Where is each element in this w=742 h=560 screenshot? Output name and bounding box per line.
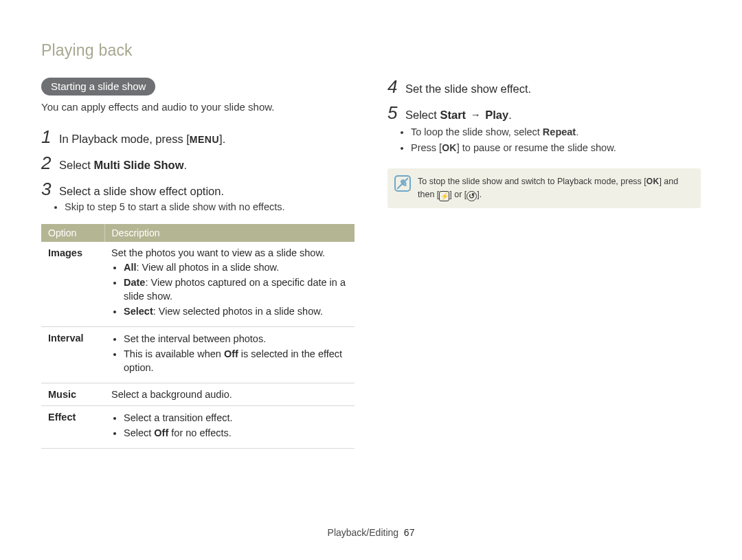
step-text-pre: Select: [59, 159, 93, 171]
table-header-option: Option: [41, 224, 104, 242]
step-number: 4: [387, 78, 405, 96]
ok-button-label: OK: [647, 177, 660, 186]
power-icon: ↺: [466, 191, 477, 201]
table-row: Music Select a background audio.: [41, 383, 355, 405]
step-text: Set the slide show effect.: [405, 82, 531, 96]
note-icon: ✎: [394, 175, 411, 192]
section-title: Playing back: [41, 41, 701, 60]
step-text-pre: In Playback mode, press [: [59, 133, 190, 145]
option-bullet: This is available when Off is selected i…: [124, 348, 348, 374]
step-text: In Playback mode, press [MENU].: [59, 133, 225, 146]
bullet-rest: : View photos captured on a specific dat…: [124, 277, 346, 302]
option-name: Music: [41, 383, 104, 405]
bullet-pre: This is available when: [124, 348, 224, 359]
table-row: Images Set the photos you want to view a…: [41, 242, 355, 327]
bullet-pre: Press [: [411, 142, 442, 153]
option-bullet: Select: View selected photos in a slide …: [124, 305, 348, 319]
option-bullet: Select Off for no effects.: [124, 427, 348, 440]
option-lead: Set the photos you want to view as a sli…: [111, 247, 348, 258]
step-text-bold: Multi Slide Show: [93, 159, 183, 171]
step-number: 2: [41, 154, 59, 172]
option-bullet: Date: View photos captured on a specific…: [124, 276, 348, 303]
option-desc: Set the interval between photos. This is…: [104, 326, 355, 383]
right-column: 4 Set the slide show effect. 5 Select St…: [387, 78, 701, 449]
table-row: Interval Set the interval between photos…: [41, 326, 355, 383]
step-3: 3 Select a slide show effect option.: [41, 180, 355, 198]
step-text: Select Start → Play.: [405, 109, 512, 122]
step-5-bullet: Press [OK] to pause or resume the slide …: [411, 142, 701, 155]
bullet-bold: Select: [124, 306, 153, 317]
manual-page: Playing back Starting a slide show You c…: [0, 0, 742, 560]
bullet-bold: Off: [224, 348, 238, 359]
note-pre: To stop the slide show and switch to Pla…: [418, 177, 647, 186]
step-text-bold: Play: [485, 109, 508, 121]
option-bullet: Select a transition effect.: [124, 412, 348, 425]
bullet-post: .: [576, 126, 578, 137]
footer-page-number: 67: [404, 527, 415, 538]
menu-button-label: MENU: [190, 134, 219, 145]
bullet-rest: : View selected photos in a slide show.: [153, 306, 323, 317]
bullet-bold: All: [124, 262, 137, 273]
step-4: 4 Set the slide show effect.: [387, 78, 701, 96]
bullet-post: for no effects.: [168, 427, 232, 438]
step-text-post: .: [184, 159, 188, 171]
page-footer: Playback/Editing 67: [0, 527, 742, 538]
option-name: Images: [41, 242, 104, 327]
bullet-bold: Off: [154, 427, 168, 438]
step-text-pre: Select: [405, 109, 440, 121]
option-bullet: All: View all photos in a slide show.: [124, 261, 348, 275]
arrow-icon: →: [469, 109, 482, 120]
bullet-bold: Repeat: [543, 126, 576, 137]
bullet-post: ] to pause or resume the slide show.: [457, 142, 616, 153]
step-2: 2 Select Multi Slide Show.: [41, 154, 355, 172]
note-box: ✎ To stop the slide show and switch to P…: [387, 168, 701, 208]
step-text-post: ].: [219, 133, 225, 145]
option-desc: Set the photos you want to view as a sli…: [104, 242, 355, 327]
footer-section: Playback/Editing: [328, 527, 399, 538]
table-row: Effect Select a transition effect. Selec…: [41, 405, 355, 448]
step-number: 3: [41, 180, 59, 198]
option-name: Effect: [41, 405, 104, 448]
step-text-post: .: [508, 109, 512, 121]
bullet-pre: To loop the slide show, select: [411, 126, 543, 137]
step-3-bullet: Skip to step 5 to start a slide show wit…: [65, 201, 355, 214]
table-header-description: Description: [104, 224, 355, 242]
step-5-bullet: To loop the slide show, select Repeat.: [411, 126, 701, 139]
subsection-pill: Starting a slide show: [41, 78, 155, 96]
step-5: 5 Select Start → Play.: [387, 104, 701, 122]
step-number: 1: [41, 128, 59, 146]
option-name: Interval: [41, 326, 104, 383]
subsection-lede: You can apply effects and audio to your …: [41, 101, 355, 113]
options-table: Option Description Images Set the photos…: [41, 224, 355, 449]
bullet-pre: Select: [124, 427, 154, 438]
bullet-bold: Date: [124, 277, 145, 288]
left-column: Starting a slide show You can apply effe…: [41, 78, 355, 449]
step-text-bold: Start: [440, 109, 466, 121]
step-5-bullets: To loop the slide show, select Repeat. P…: [411, 126, 701, 155]
note-or: ] or [: [449, 190, 466, 199]
step-number: 5: [387, 104, 405, 122]
step-text: Select Multi Slide Show.: [59, 159, 187, 172]
ok-button-label: OK: [442, 142, 457, 153]
note-end: ].: [477, 190, 482, 199]
note-text: To stop the slide show and switch to Pla…: [418, 175, 691, 201]
content-columns: Starting a slide show You can apply effe…: [41, 78, 701, 449]
step-3-bullets: Skip to step 5 to start a slide show wit…: [65, 201, 355, 214]
option-bullet: Set the interval between photos.: [124, 333, 348, 346]
step-text: Select a slide show effect option.: [59, 185, 224, 198]
flash-icon: ⚡: [439, 191, 449, 201]
bullet-rest: : View all photos in a slide show.: [137, 262, 280, 273]
option-desc: Select a background audio.: [104, 383, 355, 405]
step-1: 1 In Playback mode, press [MENU].: [41, 128, 355, 146]
option-desc: Select a transition effect. Select Off f…: [104, 405, 355, 448]
